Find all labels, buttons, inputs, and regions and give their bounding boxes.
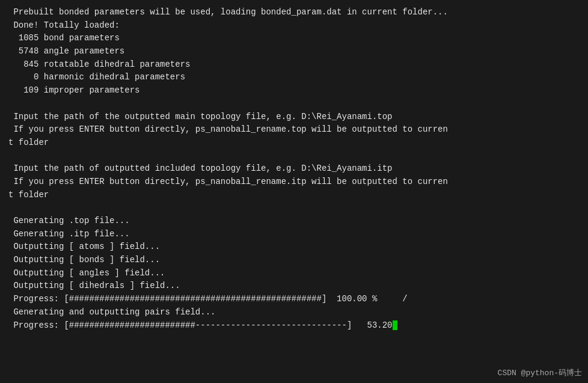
terminal-line-3: 1085 bond parameters bbox=[8, 32, 580, 45]
terminal-line-16 bbox=[8, 201, 580, 215]
terminal-line-11: t folder bbox=[8, 136, 580, 150]
terminal-line-23: Progress: [#############################… bbox=[8, 293, 580, 306]
terminal-line-22: Outputting [ dihedrals ] field... bbox=[8, 280, 580, 293]
watermark: CSDN @python-码博士 bbox=[498, 367, 582, 378]
terminal-line-2: Done! Totally loaded: bbox=[8, 19, 580, 32]
terminal-line-7: 109 improper parameters bbox=[8, 84, 580, 97]
terminal-cursor bbox=[393, 320, 397, 330]
terminal-line-21: Outputting [ angles ] field... bbox=[8, 267, 580, 280]
terminal-line-1: Prebuilt bonded parameters will be used,… bbox=[8, 6, 580, 19]
terminal-line-6: 0 harmonic dihedral parameters bbox=[8, 71, 580, 84]
terminal-line-19: Outputting [ atoms ] field... bbox=[8, 241, 580, 254]
terminal-line-12 bbox=[8, 150, 580, 163]
terminal-line-15: t folder bbox=[8, 189, 580, 202]
terminal-line-17: Generating .top file... bbox=[8, 215, 580, 228]
terminal-output: Prebuilt bonded parameters will be used,… bbox=[8, 6, 580, 332]
terminal-line-13: Input the path of outputted included top… bbox=[8, 162, 580, 176]
terminal-line-4: 5748 angle parameters bbox=[8, 45, 580, 58]
terminal-line-text-25: Progress: [#########################----… bbox=[8, 319, 393, 332]
terminal-line-14: If you press ENTER button directly, ps_n… bbox=[8, 176, 580, 189]
terminal-line-10: If you press ENTER button directly, ps_n… bbox=[8, 123, 580, 136]
terminal-line-8 bbox=[8, 97, 580, 111]
terminal-window: Prebuilt bonded parameters will be used,… bbox=[0, 0, 588, 383]
terminal-line-25: Progress: [#########################----… bbox=[8, 319, 580, 332]
terminal-line-5: 845 rotatable dihedral parameters bbox=[8, 58, 580, 72]
terminal-line-18: Generating .itp file... bbox=[8, 228, 580, 241]
terminal-line-9: Input the path of the outputted main top… bbox=[8, 111, 580, 124]
terminal-line-20: Outputting [ bonds ] field... bbox=[8, 254, 580, 267]
terminal-line-24: Generating and outputting pairs field... bbox=[8, 306, 580, 319]
